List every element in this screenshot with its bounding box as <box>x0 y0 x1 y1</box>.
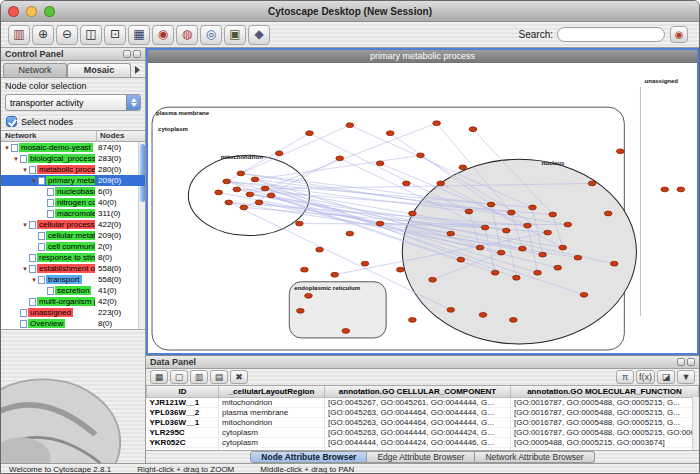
zoom-fit-icon[interactable]: ⊡ <box>104 25 126 45</box>
network-node[interactable] <box>588 181 596 186</box>
vizmapper-icon[interactable]: ◆ <box>248 25 270 45</box>
expand-triangle-icon[interactable]: ▼ <box>21 167 29 173</box>
tree-item-metabolic-process[interactable]: ▼metabolic process280(0) <box>1 164 145 175</box>
network-node[interactable] <box>459 165 467 170</box>
network-node[interactable] <box>524 223 532 228</box>
table-row[interactable]: YJR121W__1mitochondrion[GO:0045267, GO:0… <box>147 397 699 407</box>
network-node[interactable] <box>301 267 309 272</box>
network-node[interactable] <box>429 277 437 282</box>
network-node[interactable] <box>237 171 245 176</box>
unselect-all-attributes-icon[interactable]: ▢ <box>170 370 188 384</box>
table-row[interactable]: YPL036W__1mitochondrion[GO:0045263, GO:0… <box>147 417 699 427</box>
tab-network[interactable]: Network <box>3 63 67 77</box>
table-scrollbar[interactable] <box>692 397 699 450</box>
column-header--cellularlayoutregion[interactable]: _cellularLayoutRegion <box>219 386 325 397</box>
network-node[interactable] <box>316 247 324 252</box>
tree-item-nucleobase-co[interactable]: nucleobase-co6(0) <box>1 186 145 197</box>
tree-item-multi-organism-pro[interactable]: multi-organism pro42(0) <box>1 296 145 307</box>
tree-item-transport[interactable]: ▼transport558(0) <box>1 274 145 285</box>
close-window-button[interactable] <box>8 6 19 17</box>
network-node[interactable] <box>661 187 669 192</box>
network-node[interactable] <box>223 179 231 184</box>
network-node[interactable] <box>233 187 241 192</box>
network-node[interactable] <box>539 252 547 257</box>
network-view-title[interactable]: primary metabolic process <box>148 50 697 63</box>
network-node[interactable] <box>403 181 411 186</box>
tree-item-biological-process[interactable]: ▼biological_process283(0) <box>1 153 145 164</box>
network-node[interactable] <box>215 190 223 195</box>
network-node[interactable] <box>396 267 404 272</box>
network-node[interactable] <box>376 221 384 226</box>
network-node[interactable] <box>251 177 259 182</box>
network-node[interactable] <box>616 149 624 154</box>
network-node[interactable] <box>491 270 499 275</box>
expand-triangle-icon[interactable]: ▼ <box>3 145 11 151</box>
column-header-annotation-go-molecular-function[interactable]: annotation.GO MOLECULAR_FUNCTION <box>511 386 699 397</box>
zoom-selected-icon[interactable]: ◫ <box>80 25 102 45</box>
select-nodes-option[interactable]: Select nodes <box>1 113 145 130</box>
network-node[interactable] <box>580 292 588 297</box>
network-node[interactable] <box>342 329 350 334</box>
expand-triangle-icon[interactable]: ▼ <box>21 266 29 272</box>
tree-header-nodes[interactable]: Nodes <box>97 131 145 141</box>
close-panel-icon[interactable] <box>687 358 695 366</box>
close-panel-icon[interactable] <box>133 50 141 58</box>
network-node[interactable] <box>255 200 263 205</box>
column-header-annotation-go-cellular-component[interactable]: annotation.GO CELLULAR_COMPONENT <box>325 386 511 397</box>
network-node[interactable] <box>513 275 521 280</box>
tree-item-mosaic-demo-yeast[interactable]: ▼mosaic-demo-yeast874(0) <box>1 142 145 153</box>
network-node[interactable] <box>297 308 305 313</box>
network-node[interactable] <box>409 317 417 322</box>
network-node[interactable] <box>509 317 517 322</box>
zoom-window-button[interactable] <box>44 6 55 17</box>
network-node[interactable] <box>306 131 314 136</box>
network-node[interactable] <box>476 245 484 250</box>
network-node[interactable] <box>677 187 685 192</box>
column-header-id[interactable]: ID <box>147 386 219 397</box>
table-row[interactable]: YKR052Ccytoplasm[GO:0044444, GO:0044424,… <box>147 437 699 447</box>
tree-item-primary-metabo[interactable]: ▼primary metabo209(0) <box>1 175 145 186</box>
create-network-icon[interactable]: ◍ <box>176 25 198 45</box>
network-node[interactable] <box>346 231 354 236</box>
network-node[interactable] <box>261 186 269 191</box>
node-color-dropdown[interactable]: transporter activity <box>5 94 141 111</box>
tab-network-attribute-browser[interactable]: Network Attribute Browser <box>475 451 594 463</box>
network-node[interactable] <box>469 127 477 132</box>
network-node[interactable] <box>465 209 473 214</box>
network-node[interactable] <box>447 231 455 236</box>
network-node[interactable] <box>437 181 445 186</box>
network-node[interactable] <box>507 210 515 215</box>
tab-overflow-arrow-icon[interactable] <box>131 63 143 77</box>
network-node[interactable] <box>574 255 582 260</box>
network-node[interactable] <box>417 153 425 158</box>
open-attribute-file-icon[interactable]: ◪ <box>657 370 675 384</box>
search-options-icon[interactable]: ◉ <box>670 26 688 43</box>
network-node[interactable] <box>554 265 562 270</box>
select-all-attributes-icon[interactable]: ▦ <box>150 370 168 384</box>
network-node[interactable] <box>479 312 487 317</box>
pi-icon[interactable]: π <box>616 370 634 384</box>
tree-item-overview[interactable]: Overview8(0) <box>1 318 145 329</box>
tree-item-secretion[interactable]: secretion41(0) <box>1 285 145 296</box>
network-node[interactable] <box>604 211 612 216</box>
tree-item-response-to-stimul[interactable]: response to stimul8(0) <box>1 252 145 263</box>
network-node[interactable] <box>305 293 313 298</box>
checkbox-checked-icon[interactable] <box>6 116 17 127</box>
network-node[interactable] <box>564 222 572 227</box>
network-node[interactable] <box>519 246 527 251</box>
tree-item-unassigned[interactable]: unassigned223(0) <box>1 307 145 318</box>
network-node[interactable] <box>386 131 394 136</box>
import-attributes-icon[interactable]: ▼ <box>677 370 695 384</box>
network-node[interactable] <box>361 261 369 266</box>
import-network-icon[interactable]: ◎ <box>200 25 222 45</box>
annotation-icon[interactable]: ▣ <box>224 25 246 45</box>
network-node[interactable] <box>447 307 455 312</box>
network-canvas[interactable]: plasma membranecytoplasmendoplasmic reti… <box>148 63 697 353</box>
delete-attribute-icon[interactable]: ▤ <box>210 370 228 384</box>
network-node[interactable] <box>336 156 344 161</box>
network-node[interactable] <box>376 161 384 166</box>
tree-header-network[interactable]: Network <box>1 131 97 141</box>
float-panel-icon[interactable] <box>677 358 685 366</box>
tree-item-cellular-metabo[interactable]: cellular metabo209(0) <box>1 230 145 241</box>
network-node[interactable] <box>331 272 339 277</box>
